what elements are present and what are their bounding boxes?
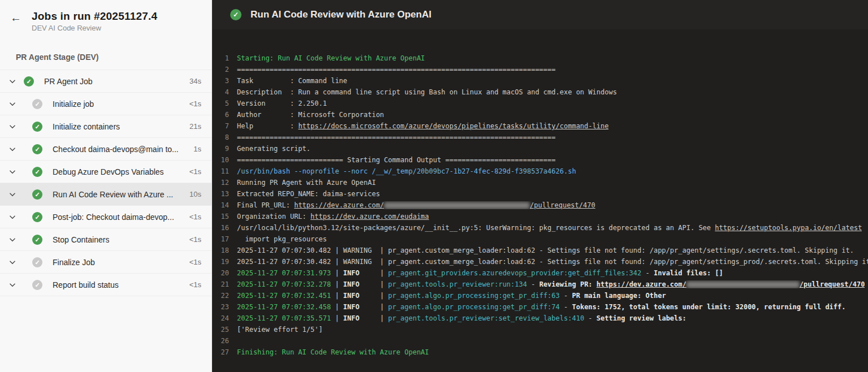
job-row[interactable]: ✓ PR Agent Job 34s <box>0 70 211 93</box>
line-number: 16 <box>212 224 229 232</box>
line-number: 2 <box>212 66 229 73</box>
log-link[interactable]: https://dev.azure.com/ <box>597 280 686 288</box>
log-text: Description : Run a command line script … <box>237 88 617 96</box>
job-row[interactable]: ✓ Run AI Code Review with Azure ... 10s <box>0 183 211 206</box>
log-text: Author : Microsoft Corporation <box>237 111 384 119</box>
log-line[interactable]: 3 Task : Command line <box>212 75 868 86</box>
log-line[interactable]: 14 Final PR_URL: https://dev.azure.com//… <box>212 200 868 211</box>
log-line[interactable]: 8 ======================================… <box>212 132 868 143</box>
job-label: Initialize job <box>53 100 94 109</box>
job-row[interactable]: ✓ Finalize Job <1s <box>0 251 211 274</box>
status-check-icon: ✓ <box>32 212 42 222</box>
chevron-down-icon[interactable] <box>8 235 17 244</box>
log-text: | <box>331 303 343 311</box>
line-number: 9 <box>212 145 229 153</box>
log-line[interactable]: 9 Generating script. <box>212 143 868 154</box>
log-line[interactable]: 4 Description : Run a command line scrip… <box>212 86 868 98</box>
log-link[interactable]: https://docs.microsoft.com/azure/devops/… <box>298 122 608 130</box>
log-link[interactable]: /pullrequest/470 <box>530 201 595 209</box>
chevron-down-icon[interactable] <box>8 280 17 289</box>
log-text: 2025-11-27 07:07:35.571 <box>237 314 331 322</box>
log-line[interactable]: 24 2025-11-27 07:07:35.571 | INFO | pr_a… <box>212 313 868 324</box>
line-content: ========================================… <box>237 66 556 73</box>
log-line[interactable]: 6 Author : Microsoft Corporation <box>212 109 868 120</box>
log-text: Version : 2.250.1 <box>237 100 327 107</box>
log-line[interactable]: 1 Starting: Run AI Code Review with Azur… <box>212 53 868 64</box>
chevron-down-icon[interactable] <box>8 258 17 267</box>
job-row[interactable]: ✓ Debug Azure DevOps Variables <1s <box>0 161 211 183</box>
log-output[interactable]: 1 Starting: Run AI Code Review with Azur… <box>212 29 868 372</box>
line-number: 25 <box>212 326 229 334</box>
log-text: | <box>376 280 388 288</box>
job-row[interactable]: ✓ Post-job: Checkout daima-devop... <1s <box>0 206 211 228</box>
log-link[interactable]: https://dev.azure.com/ <box>294 201 384 209</box>
line-content: Running PR Agent with Azure OpenAI <box>237 179 376 187</box>
job-label: Debug Azure DevOps Variables <box>53 167 164 176</box>
chevron-down-icon[interactable] <box>8 213 17 222</box>
chevron-down-icon[interactable] <box>8 77 17 86</box>
status-check-icon: ✓ <box>32 280 42 290</box>
status-check-icon: ✓ <box>32 235 42 245</box>
chevron-down-icon[interactable] <box>8 100 17 109</box>
log-text: /usr/local/lib/python3.12/site-packages/… <box>237 224 715 232</box>
line-number: 4 <box>212 88 229 96</box>
log-line[interactable]: 12 Running PR Agent with Azure OpenAI <box>212 177 868 188</box>
line-number: 17 <box>212 235 229 243</box>
status-check-icon: ✓ <box>32 144 42 154</box>
job-label: PR Agent Job <box>44 77 93 86</box>
log-line[interactable]: 20 2025-11-27 07:07:31.973 | INFO | pr_a… <box>212 267 868 279</box>
redacted-blur <box>686 281 800 288</box>
job-duration: 34s <box>189 77 201 85</box>
status-check-icon: ✓ <box>24 76 34 86</box>
log-line[interactable]: 2 ======================================… <box>212 64 868 75</box>
job-row[interactable]: ✓ Initialize containers 21s <box>0 115 211 138</box>
jobs-sidebar: ← Jobs in run #20251127.4 DEV AI Code Re… <box>0 0 212 372</box>
line-number: 13 <box>212 190 229 198</box>
log-line[interactable]: 25 ['Review effort 1/5'] <box>212 324 868 335</box>
log-panel: ✓ Run AI Code Review with Azure OpenAI 1… <box>212 0 868 372</box>
success-check-icon: ✓ <box>230 9 241 20</box>
line-number: 15 <box>212 213 229 220</box>
log-line[interactable]: 10 ========================== Starting C… <box>212 154 868 166</box>
job-row[interactable]: ✓ Checkout daima-devops@main to... 1s <box>0 138 211 161</box>
log-line[interactable]: 15 Organization URL: https://dev.azure.c… <box>212 211 868 222</box>
back-arrow-icon[interactable]: ← <box>10 11 27 24</box>
log-text: 2025-11-27 07:07:30.482 | WARNING | pr_a… <box>237 246 854 254</box>
stage-header: PR Agent Stage (DEV) <box>0 53 211 62</box>
job-row[interactable]: ✓ Stop Containers <1s <box>0 228 211 251</box>
log-line[interactable]: 5 Version : 2.250.1 <box>212 98 868 109</box>
log-link[interactable]: https://setuptools.pypa.io/en/latest <box>715 224 862 232</box>
job-row[interactable]: ✓ Report build status <1s <box>0 274 211 296</box>
line-content: Starting: Run AI Code Review with Azure … <box>237 54 425 62</box>
log-line[interactable]: 13 Extracted REPO_NAME: daima-services <box>212 188 868 200</box>
log-text: | <box>376 292 388 300</box>
log-text: INFO <box>343 280 376 288</box>
line-number: 11 <box>212 167 229 175</box>
log-line[interactable]: 19 2025-11-27 07:07:30.482 | WARNING | p… <box>212 256 868 267</box>
log-line[interactable]: 7 Help : https://docs.microsoft.com/azur… <box>212 120 868 132</box>
log-text: Help : <box>237 122 298 130</box>
log-line[interactable]: 17 import pkg_resources <box>212 233 868 245</box>
status-check-icon: ✓ <box>32 257 42 267</box>
log-line[interactable]: 26 <box>212 335 868 347</box>
log-line[interactable]: 18 2025-11-27 07:07:30.482 | WARNING | p… <box>212 245 868 256</box>
chevron-down-icon[interactable] <box>8 145 17 154</box>
log-link[interactable]: https://dev.azure.com/eudaima <box>310 213 429 220</box>
log-line[interactable]: 16 /usr/local/lib/python3.12/site-packag… <box>212 222 868 233</box>
line-content: Extracted REPO_NAME: daima-services <box>237 190 380 198</box>
log-line[interactable]: 23 2025-11-27 07:07:32.458 | INFO | pr_a… <box>212 301 868 313</box>
line-content: Description : Run a command line script … <box>237 88 617 96</box>
log-text: Task : Command line <box>237 77 347 85</box>
log-line[interactable]: 27 Finishing: Run AI Code Review with Az… <box>212 347 868 358</box>
log-header: ✓ Run AI Code Review with Azure OpenAI <box>212 0 868 29</box>
chevron-down-icon[interactable] <box>8 167 17 176</box>
job-duration: 1s <box>193 145 201 153</box>
log-line[interactable]: 22 2025-11-27 07:07:32.451 | INFO | pr_a… <box>212 290 868 301</box>
log-line[interactable]: 21 2025-11-27 07:07:32.278 | INFO | pr_a… <box>212 279 868 290</box>
job-row[interactable]: ✓ Initialize job <1s <box>0 93 211 115</box>
chevron-down-icon[interactable] <box>8 190 17 199</box>
log-link[interactable]: /pullrequest/470 <box>800 280 865 288</box>
chevron-down-icon[interactable] <box>8 122 17 131</box>
log-line[interactable]: 11 /usr/bin/bash --noprofile --norc /__w… <box>212 166 868 177</box>
log-title: Run AI Code Review with Azure OpenAI <box>251 9 431 20</box>
